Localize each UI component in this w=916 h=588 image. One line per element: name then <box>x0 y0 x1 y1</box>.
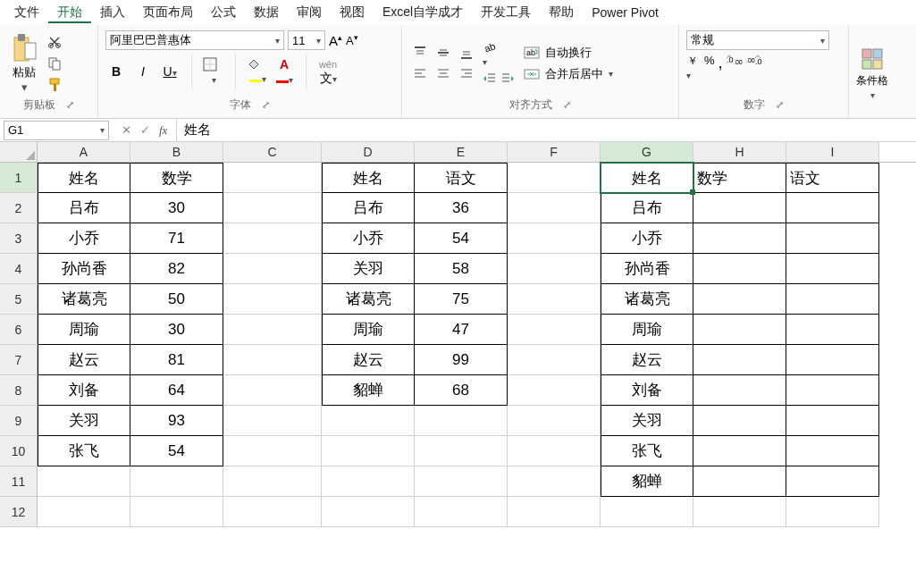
align-right-button[interactable] <box>456 64 477 84</box>
cell-B6[interactable]: 30 <box>130 315 223 345</box>
cell-F2[interactable] <box>508 193 601 223</box>
cell-G10[interactable]: 张飞 <box>601 436 693 466</box>
font-name-select[interactable]: 阿里巴巴普惠体▾ <box>105 30 284 50</box>
menu-insert[interactable]: 插入 <box>91 2 134 23</box>
cell-G7[interactable]: 赵云 <box>601 345 693 375</box>
cell-C1[interactable] <box>223 163 322 193</box>
cell-B10[interactable]: 54 <box>130 436 223 466</box>
fill-color-button[interactable]: ▾ <box>247 58 268 85</box>
paste-button[interactable]: 粘贴 ▾ <box>7 30 41 96</box>
name-box[interactable]: G1▾ <box>4 121 109 140</box>
cell-E12[interactable] <box>415 497 508 527</box>
cell-B7[interactable]: 81 <box>130 345 223 375</box>
cell-G5[interactable]: 诸葛亮 <box>601 284 693 315</box>
menu-home[interactable]: 开始 <box>48 2 91 23</box>
cell-H6[interactable] <box>693 315 786 345</box>
menu-powerpivot[interactable]: Power Pivot <box>583 3 668 22</box>
cell-H12[interactable] <box>693 497 786 527</box>
cell-C6[interactable] <box>223 315 322 345</box>
row-header-8[interactable]: 8 <box>0 375 38 406</box>
cell-D5[interactable]: 诸葛亮 <box>322 284 415 315</box>
column-header-B[interactable]: B <box>130 142 223 162</box>
cell-H8[interactable] <box>693 375 786 406</box>
phonetic-button[interactable]: wén文▾ <box>317 56 339 87</box>
cell-I9[interactable] <box>786 406 879 436</box>
orientation-button[interactable]: ab▾ <box>483 40 515 68</box>
cell-C7[interactable] <box>223 345 322 375</box>
cell-G4[interactable]: 孙尚香 <box>601 254 693 284</box>
cell-F5[interactable] <box>508 284 601 315</box>
cell-E7[interactable]: 99 <box>415 345 508 375</box>
cell-C8[interactable] <box>223 375 322 406</box>
cell-G11[interactable]: 貂蝉 <box>601 466 693 497</box>
cell-C2[interactable] <box>223 193 322 223</box>
cell-I6[interactable] <box>786 315 879 345</box>
formula-input[interactable]: 姓名 <box>176 119 916 141</box>
menu-dev[interactable]: 开发工具 <box>472 2 540 23</box>
dialog-launcher-icon[interactable]: ⤢ <box>262 99 270 111</box>
row-header-5[interactable]: 5 <box>0 284 38 315</box>
cell-H2[interactable] <box>693 193 786 223</box>
cell-D9[interactable] <box>322 406 415 436</box>
column-header-E[interactable]: E <box>415 142 508 162</box>
cell-H4[interactable] <box>693 254 786 284</box>
merge-center-button[interactable]: 合并后居中▾ <box>520 64 617 84</box>
number-format-select[interactable]: 常规▾ <box>686 30 829 50</box>
row-header-3[interactable]: 3 <box>0 223 38 254</box>
cell-E8[interactable]: 68 <box>415 375 508 406</box>
cell-D12[interactable] <box>322 497 415 527</box>
cell-F6[interactable] <box>508 315 601 345</box>
row-header-7[interactable]: 7 <box>0 345 38 375</box>
align-middle-button[interactable] <box>433 43 454 63</box>
cell-F12[interactable] <box>508 497 601 527</box>
dialog-launcher-icon[interactable]: ⤢ <box>563 99 571 111</box>
cell-D6[interactable]: 周瑜 <box>322 315 415 345</box>
copy-button[interactable] <box>45 54 64 73</box>
cell-D4[interactable]: 关羽 <box>322 254 415 284</box>
cell-D3[interactable]: 小乔 <box>322 223 415 254</box>
menu-review[interactable]: 审阅 <box>288 2 331 23</box>
cell-E4[interactable]: 58 <box>415 254 508 284</box>
italic-button[interactable]: I <box>132 64 154 79</box>
cell-D1[interactable]: 姓名 <box>322 163 415 193</box>
column-header-D[interactable]: D <box>322 142 415 162</box>
cell-A12[interactable] <box>38 497 130 527</box>
cell-E1[interactable]: 语文 <box>415 163 508 193</box>
cell-B5[interactable]: 50 <box>130 284 223 315</box>
cell-B2[interactable]: 30 <box>130 193 223 223</box>
cell-A7[interactable]: 赵云 <box>38 345 130 375</box>
column-header-C[interactable]: C <box>223 142 322 162</box>
cell-H1[interactable]: 数学 <box>693 163 786 193</box>
cell-F3[interactable] <box>508 223 601 254</box>
cell-H7[interactable] <box>693 345 786 375</box>
menu-view[interactable]: 视图 <box>331 2 374 23</box>
cell-B9[interactable]: 93 <box>130 406 223 436</box>
cell-I1[interactable]: 语文 <box>786 163 879 193</box>
cell-A8[interactable]: 刘备 <box>38 375 130 406</box>
cell-H11[interactable] <box>693 466 786 497</box>
cell-A3[interactable]: 小乔 <box>38 223 130 254</box>
cell-F9[interactable] <box>508 406 601 436</box>
font-size-select[interactable]: 11▾ <box>288 30 325 50</box>
cell-E6[interactable]: 47 <box>415 315 508 345</box>
align-left-button[interactable] <box>409 64 431 84</box>
cell-I8[interactable] <box>786 375 879 406</box>
decrease-indent-button[interactable] <box>483 71 497 86</box>
row-header-2[interactable]: 2 <box>0 193 38 223</box>
underline-button[interactable]: U▾ <box>159 64 181 79</box>
menu-file[interactable]: 文件 <box>5 2 48 23</box>
cell-E5[interactable]: 75 <box>415 284 508 315</box>
font-color-button[interactable]: A▾ <box>273 57 295 86</box>
align-bottom-button[interactable] <box>456 43 477 63</box>
cell-D11[interactable] <box>322 466 415 497</box>
cell-F8[interactable] <box>508 375 601 406</box>
cell-D10[interactable] <box>322 436 415 466</box>
column-header-I[interactable]: I <box>786 142 879 162</box>
cell-I11[interactable] <box>786 466 879 497</box>
cell-H9[interactable] <box>693 406 786 436</box>
cell-A9[interactable]: 关羽 <box>38 406 130 436</box>
border-button[interactable]: ▾ <box>203 57 224 86</box>
cell-I7[interactable] <box>786 345 879 375</box>
cell-A6[interactable]: 周瑜 <box>38 315 130 345</box>
menu-help[interactable]: 帮助 <box>540 2 583 23</box>
